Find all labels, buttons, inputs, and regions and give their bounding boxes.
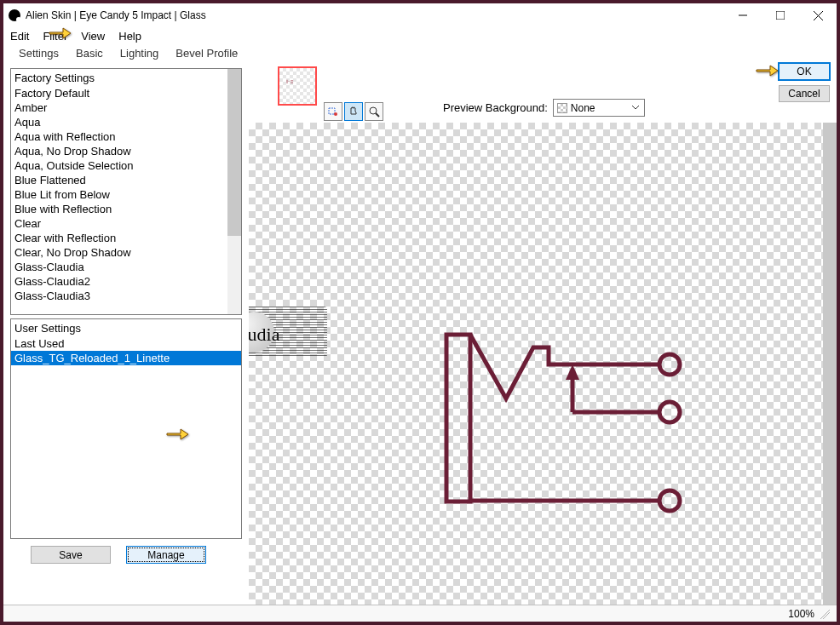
list-item[interactable]: Blue Lit from Below [11, 187, 241, 202]
preview-bg-label: Preview Background: [443, 101, 548, 114]
list-item[interactable]: Glass-Claudia [11, 260, 241, 274]
app-icon [9, 9, 20, 21]
statusbar: 100% [3, 605, 837, 622]
zoom-level: 100% [788, 608, 814, 620]
tutorial-pointer-icon [165, 425, 189, 444]
list-item[interactable]: Last Used [11, 336, 241, 351]
tab-settings[interactable]: Settings [10, 46, 67, 60]
pan-tool-icon[interactable] [344, 102, 363, 121]
menubar: Edit Filter View Help [3, 27, 837, 44]
svg-line-7 [376, 113, 379, 117]
svg-rect-8 [446, 335, 470, 502]
preview-pane: ⊩≡ Preview Background: None [249, 61, 837, 605]
sidebar: Factory Settings Factory Default Amber A… [3, 61, 249, 574]
tabbar: Settings Basic Lighting Bevel Profile [3, 44, 837, 61]
watermark: Claudia [249, 307, 327, 358]
list-item[interactable]: Amber [11, 100, 241, 115]
list-item[interactable]: Aqua [11, 115, 241, 129]
factory-settings-list[interactable]: Factory Settings Factory Default Amber A… [10, 68, 242, 315]
svg-point-6 [370, 107, 377, 114]
selection-tool-icon[interactable] [324, 102, 342, 121]
list-item[interactable]: Clear [11, 216, 241, 231]
tutorial-pointer-icon [755, 61, 779, 80]
tab-lighting[interactable]: Lighting [112, 46, 168, 60]
svg-rect-1 [776, 11, 785, 20]
list-item[interactable]: Aqua, No Drop Shadow [11, 144, 241, 158]
preview-canvas[interactable]: Claudia [249, 123, 837, 605]
menu-view[interactable]: View [81, 30, 105, 43]
tutorial-pointer-icon [48, 24, 72, 43]
svg-point-11 [659, 490, 680, 511]
list-item[interactable]: Aqua with Reflection [11, 129, 241, 144]
user-settings-list[interactable]: User Settings Last Used Glass_TG_Reloade… [10, 318, 242, 539]
tab-bevel[interactable]: Bevel Profile [167, 46, 246, 60]
svg-point-9 [659, 354, 680, 375]
cancel-button[interactable]: Cancel [779, 85, 830, 102]
list-item[interactable]: Aqua, Outside Selection [11, 158, 241, 173]
maximize-button[interactable] [762, 3, 799, 27]
close-button[interactable] [799, 3, 837, 27]
list-item[interactable]: Glass_TG_Reloaded_1_Linette [11, 351, 241, 365]
menu-edit[interactable]: Edit [10, 30, 29, 43]
list-item[interactable]: Glass-Claudia3 [11, 289, 241, 303]
svg-point-10 [659, 402, 680, 422]
svg-point-5 [334, 112, 337, 116]
tab-basic[interactable]: Basic [67, 46, 112, 60]
navigator-thumbnail[interactable]: ⊩≡ [278, 66, 317, 106]
user-header: User Settings [11, 319, 241, 336]
window-title: Alien Skin | Eye Candy 5 Impact | Glass [26, 9, 206, 21]
save-button[interactable]: Save [31, 546, 111, 564]
manage-button[interactable]: Manage [126, 546, 206, 564]
menu-help[interactable]: Help [118, 30, 141, 43]
chevron-down-icon [629, 100, 642, 116]
transparency-swatch-icon [557, 103, 567, 113]
svg-rect-4 [329, 108, 335, 114]
titlebar: Alien Skin | Eye Candy 5 Impact | Glass [3, 3, 837, 27]
list-item[interactable]: Glass-Claudia2 [11, 274, 241, 289]
ok-button[interactable]: OK [779, 63, 830, 80]
resize-grip-icon[interactable] [820, 609, 830, 619]
minimize-button[interactable] [724, 3, 762, 27]
preview-bg-value: None [571, 102, 595, 114]
list-item[interactable]: Clear, No Drop Shadow [11, 245, 241, 260]
scrollbar[interactable] [823, 123, 837, 605]
scrollbar[interactable] [227, 69, 241, 314]
list-item[interactable]: Blue with Reflection [11, 202, 241, 216]
list-item[interactable]: Factory Default [11, 86, 241, 100]
list-item[interactable]: Clear with Reflection [11, 231, 241, 245]
preview-artwork [438, 330, 693, 521]
factory-header: Factory Settings [11, 69, 241, 86]
window-controls [724, 3, 837, 27]
preview-bg-combo[interactable]: None [553, 99, 645, 117]
list-item[interactable]: Blue Flattened [11, 173, 241, 187]
zoom-tool-icon[interactable] [365, 102, 383, 121]
